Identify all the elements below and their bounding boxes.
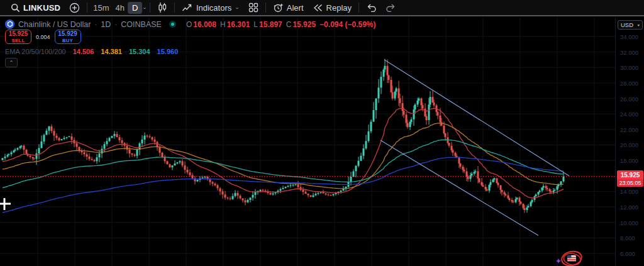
plus-circle-icon <box>69 3 80 13</box>
candle-body <box>368 131 370 141</box>
symbol-info-row[interactable]: Chainlink / US Dollar · 1D · COINBASE O1… <box>5 19 376 29</box>
interval-4h[interactable]: 4h <box>112 3 127 13</box>
candle-body <box>51 126 53 131</box>
candle-body <box>411 119 413 122</box>
candle-body <box>32 157 34 158</box>
candle-body <box>343 189 345 191</box>
bar-countdown: 23:05:05 <box>617 179 643 187</box>
interval-15m[interactable]: 15m <box>90 3 112 13</box>
candle-body <box>458 157 460 163</box>
candle-body <box>197 180 199 182</box>
candle-body <box>433 103 435 106</box>
candle-body <box>539 191 541 192</box>
axis-tick: 32.000 <box>616 49 644 56</box>
interval-1d[interactable]: D <box>128 2 142 14</box>
toolbar-divider <box>87 3 87 13</box>
candle-body <box>486 189 488 191</box>
layout-grid-button[interactable] <box>244 1 263 14</box>
candle-body <box>136 150 138 156</box>
candle-body <box>222 191 224 194</box>
interval-dropdown-chevron[interactable]: ⌄ <box>142 5 147 10</box>
candle-body <box>8 154 10 155</box>
candle-body <box>360 156 362 161</box>
axis-tick: 6.000 <box>616 250 644 257</box>
candle-body <box>252 195 254 197</box>
replay-rewind-icon <box>313 3 323 13</box>
axis-tick: 14.000 <box>616 188 644 195</box>
candle-body <box>184 165 186 170</box>
candle-body <box>202 177 204 178</box>
candle-body <box>69 136 70 137</box>
candle-body <box>174 163 176 165</box>
ema-indicator-row[interactable]: EMA 20/50/100/200 14.506 14.381 15.304 1… <box>5 48 178 55</box>
legend-collapse-button[interactable]: ⌃ <box>5 58 18 67</box>
candle-body <box>318 193 319 194</box>
candle-body <box>392 92 394 99</box>
symbol-exchange: COINBASE <box>121 20 162 29</box>
candle-body <box>384 66 386 70</box>
candle-body <box>505 194 507 196</box>
candle-body <box>402 103 404 111</box>
candle-body <box>541 187 543 191</box>
indicators-button[interactable]: Indicators ⌄ <box>177 1 244 14</box>
candle-body <box>330 195 332 196</box>
candle-body <box>282 188 284 189</box>
axis-tick: 12.000 <box>616 204 644 211</box>
candle-body <box>58 138 60 140</box>
undo-button[interactable] <box>362 1 381 14</box>
flag-sticker <box>556 250 583 266</box>
buy-button[interactable]: 15.929 BUY <box>55 30 81 44</box>
candle-body <box>61 139 63 140</box>
candle-body <box>406 114 408 123</box>
redo-button[interactable] <box>381 1 401 14</box>
candle-body <box>2 158 4 160</box>
symbol-name: LINKUSD <box>23 3 60 13</box>
candle-body <box>177 162 179 163</box>
toolbar-divider <box>150 3 150 13</box>
candle-body <box>323 192 325 194</box>
market-status-icon[interactable] <box>169 21 176 28</box>
symbol-search-button[interactable]: LINKUSD <box>6 1 65 14</box>
sell-button[interactable]: 15.925 SELL <box>5 30 31 44</box>
candle-body <box>116 134 118 137</box>
candle-body <box>131 153 133 155</box>
replay-button[interactable]: Replay <box>308 1 356 14</box>
high-value: 16.301 <box>227 20 250 29</box>
candle-body <box>219 189 221 192</box>
candle-body <box>84 152 86 154</box>
candle-body <box>563 177 565 182</box>
candle-body <box>43 135 45 142</box>
candle-body <box>519 197 521 202</box>
alert-button[interactable]: Alert <box>269 1 308 14</box>
candle-body <box>394 92 396 99</box>
chart-style-button[interactable] <box>153 1 172 14</box>
candle-body <box>417 101 419 105</box>
candle-body <box>445 133 447 137</box>
candle-body <box>7 155 9 157</box>
candle-body <box>550 191 552 192</box>
candle-body <box>553 191 555 192</box>
candle-body <box>119 137 121 140</box>
chevron-down-icon: ▾ <box>637 23 640 26</box>
axis-tick: 20.000 <box>616 141 644 148</box>
candle-body <box>520 202 522 204</box>
candle-body <box>86 154 88 157</box>
toolbar-divider <box>265 3 266 13</box>
compare-add-button[interactable] <box>65 1 84 14</box>
candle-body <box>441 122 443 125</box>
candle-body <box>470 175 472 179</box>
toolbar-divider <box>358 3 359 13</box>
candle-body <box>169 164 171 167</box>
candle-body <box>462 167 464 170</box>
candle-body <box>64 138 65 139</box>
candle-body <box>129 150 131 153</box>
candle-body <box>513 201 514 202</box>
currency-toggle-button[interactable]: USD ▾ <box>618 20 643 30</box>
candle-body <box>378 87 380 98</box>
candle-body <box>531 200 533 202</box>
candle-body <box>121 140 123 143</box>
candle-body <box>13 150 15 152</box>
candle-body <box>262 190 264 191</box>
price-axis[interactable]: USD ▾ 34.00032.00030.00028.00026.00024.0… <box>615 17 644 266</box>
candle-body <box>363 148 365 156</box>
